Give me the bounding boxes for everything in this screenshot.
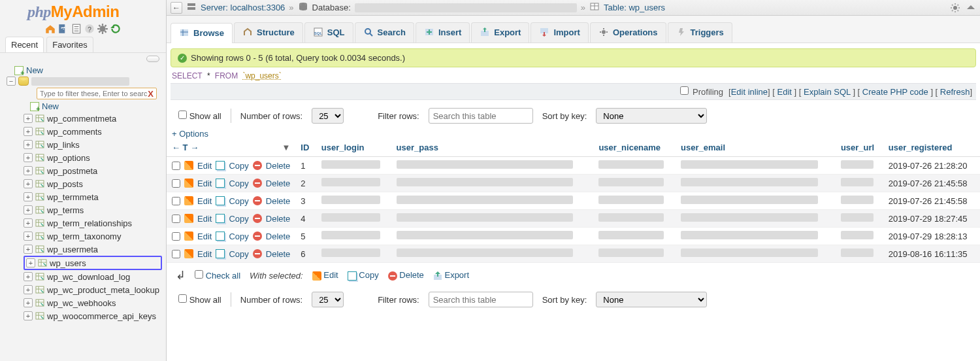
sidebar-table-wp_usermeta[interactable]: +wp_usermeta xyxy=(24,243,166,256)
table-filter-input[interactable] xyxy=(40,90,148,97)
show-all-checkbox[interactable] xyxy=(178,111,187,119)
docs-icon[interactable] xyxy=(71,23,82,35)
link-new-table[interactable]: New xyxy=(42,101,59,111)
row-copy[interactable]: Copy xyxy=(229,196,248,206)
row-edit[interactable]: Edit xyxy=(197,232,212,241)
tree-expand-icon[interactable]: + xyxy=(24,127,33,136)
breadcrumb-table[interactable]: Table: wp_users xyxy=(604,3,665,12)
bulk-copy[interactable]: Copy xyxy=(348,270,379,281)
col-ID[interactable]: ID xyxy=(295,139,316,157)
tree-expand-icon[interactable]: + xyxy=(24,298,33,307)
logout-icon[interactable] xyxy=(57,23,69,35)
browse-table-icon[interactable] xyxy=(37,258,48,268)
link-refresh[interactable]: Refresh xyxy=(940,87,970,97)
home-icon[interactable] xyxy=(44,23,56,35)
tree-expand-icon[interactable]: + xyxy=(24,205,33,215)
sidebar-table-wp_users[interactable]: +wp_users xyxy=(24,256,162,270)
row-edit[interactable]: Edit xyxy=(197,214,212,224)
sql-help-icon[interactable]: ? xyxy=(84,23,95,35)
tab-import[interactable]: Import xyxy=(531,22,588,43)
tree-expand-icon[interactable]: + xyxy=(26,258,35,267)
row-delete[interactable]: Delete xyxy=(266,249,291,259)
tree-expand-icon[interactable]: + xyxy=(24,232,33,241)
sidebar-table-wp_commentmeta[interactable]: +wp_commentmeta xyxy=(24,112,166,125)
sidebar-table-wp_terms[interactable]: +wp_terms xyxy=(24,203,166,216)
col-user_registered[interactable]: user_registered xyxy=(883,139,980,157)
num-rows-select[interactable]: 25 xyxy=(312,292,344,307)
bulk-export[interactable]: Export xyxy=(433,270,469,281)
tree-expand-icon[interactable]: + xyxy=(24,272,33,281)
browse-table-icon[interactable] xyxy=(35,139,45,150)
row-delete[interactable]: Delete xyxy=(266,232,291,241)
browse-table-icon[interactable] xyxy=(35,205,45,215)
tab-recent[interactable]: Recent xyxy=(5,37,44,52)
options-toggle[interactable]: + Options xyxy=(167,128,980,139)
tab-structure[interactable]: Structure xyxy=(234,22,303,43)
browse-table-icon[interactable] xyxy=(35,152,45,163)
sidebar-table-wp_termmeta[interactable]: +wp_termmeta xyxy=(24,190,166,203)
sidebar-table-wp_woocommerce_api_keys[interactable]: +wp_woocommerce_api_keys xyxy=(24,309,166,322)
sidebar-table-wp_links[interactable]: +wp_links xyxy=(24,138,166,151)
sidebar-table-wp_wc_product_meta_lookup[interactable]: +wp_wc_product_meta_lookup xyxy=(24,283,166,296)
bulk-export-label[interactable]: Export xyxy=(444,270,469,280)
breadcrumb-db-redacted[interactable] xyxy=(355,3,577,12)
table-filter[interactable]: X xyxy=(37,88,157,99)
sidebar-table-wp_posts[interactable]: +wp_posts xyxy=(24,177,166,190)
row-edit[interactable]: Edit xyxy=(197,249,212,259)
bulk-delete[interactable]: Delete xyxy=(388,270,424,281)
profiling-checkbox[interactable] xyxy=(680,86,689,95)
check-all-checkbox[interactable] xyxy=(195,270,203,279)
tree-expand-icon[interactable]: + xyxy=(24,140,33,149)
check-all-toggle[interactable]: Check all xyxy=(195,270,240,281)
row-copy[interactable]: Copy xyxy=(229,161,248,171)
tab-browse[interactable]: Browse xyxy=(171,23,233,43)
row-delete[interactable]: Delete xyxy=(266,196,291,206)
browse-table-icon[interactable] xyxy=(35,231,45,241)
tree-expand-icon[interactable]: + xyxy=(24,153,33,162)
db-name-redacted[interactable] xyxy=(31,77,129,86)
bulk-copy-label[interactable]: Copy xyxy=(359,270,378,280)
row-delete[interactable]: Delete xyxy=(266,179,291,188)
browse-table-icon[interactable] xyxy=(35,244,45,254)
row-checkbox[interactable] xyxy=(172,232,180,241)
browse-table-icon[interactable] xyxy=(35,192,45,202)
check-all-label[interactable]: Check all xyxy=(206,271,240,281)
col-user_url[interactable]: user_url xyxy=(836,139,883,157)
sidebar-table-wp_wc_webhooks[interactable]: +wp_wc_webhooks xyxy=(24,296,166,309)
page-collapse-icon[interactable] xyxy=(966,3,976,13)
row-copy[interactable]: Copy xyxy=(229,179,248,188)
browse-table-icon[interactable] xyxy=(35,311,45,321)
row-checkbox[interactable] xyxy=(172,162,180,170)
filter-rows-input[interactable] xyxy=(429,108,533,124)
bulk-edit[interactable]: Edit xyxy=(312,270,338,281)
browse-table-icon[interactable] xyxy=(35,126,45,137)
profiling-toggle[interactable]: Profiling xyxy=(680,86,723,97)
link-explain-sql[interactable]: Explain SQL xyxy=(804,87,851,97)
tree-expand-icon[interactable]: + xyxy=(24,218,33,228)
link-new-db[interactable]: New xyxy=(26,65,43,75)
bulk-edit-label[interactable]: Edit xyxy=(323,270,338,280)
col-nav-arrows[interactable]: ← T → xyxy=(167,139,252,157)
sidebar-table-wp_comments[interactable]: +wp_comments xyxy=(24,125,166,138)
breadcrumb-server[interactable]: Server: localhost:3306 xyxy=(201,3,285,12)
sort-indicator-icon[interactable]: ▼ xyxy=(252,139,295,157)
settings-icon[interactable] xyxy=(97,23,108,35)
tab-operations[interactable]: Operations xyxy=(590,22,666,43)
tab-export[interactable]: Export xyxy=(471,22,529,43)
tree-expand-icon[interactable]: + xyxy=(24,114,33,123)
browse-table-icon[interactable] xyxy=(35,298,45,308)
sidebar-table-wp_wc_download_log[interactable]: +wp_wc_download_log xyxy=(24,270,166,283)
reload-icon[interactable] xyxy=(110,23,122,35)
row-checkbox[interactable] xyxy=(172,197,180,205)
sidebar-table-wp_options[interactable]: +wp_options xyxy=(24,151,166,164)
tree-expand-icon[interactable]: + xyxy=(24,192,33,201)
bulk-delete-label[interactable]: Delete xyxy=(399,270,424,280)
row-copy[interactable]: Copy xyxy=(229,249,248,259)
row-edit[interactable]: Edit xyxy=(197,179,212,188)
row-checkbox[interactable] xyxy=(172,179,180,188)
clear-filter-icon[interactable]: X xyxy=(148,89,154,99)
tree-collapse-icon[interactable]: − xyxy=(7,77,16,86)
show-all-checkbox[interactable] xyxy=(178,294,187,303)
row-delete[interactable]: Delete xyxy=(266,161,291,171)
link-edit[interactable]: Edit xyxy=(777,87,792,97)
